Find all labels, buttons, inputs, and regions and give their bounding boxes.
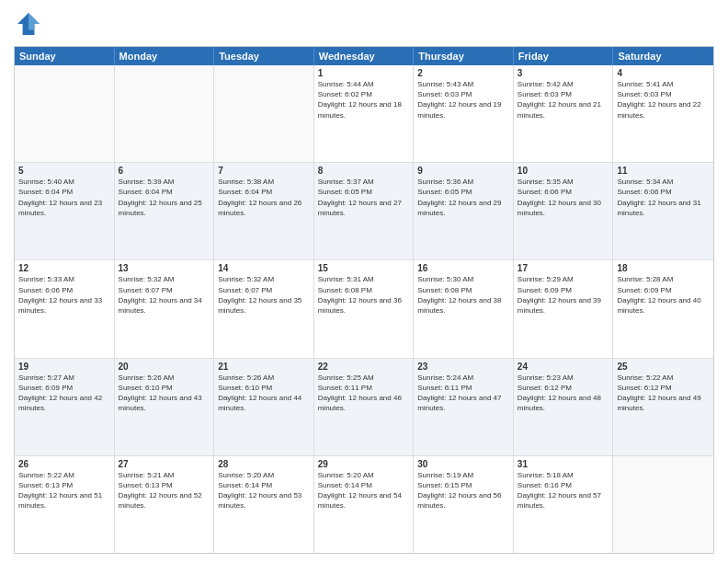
cell-info: Sunrise: 5:34 AM Sunset: 6:06 PM Dayligh… (617, 177, 710, 218)
calendar-cell: 10Sunrise: 5:35 AM Sunset: 6:06 PM Dayli… (514, 163, 614, 259)
header-thursday: Thursday (414, 47, 514, 65)
calendar-cell: 5Sunrise: 5:40 AM Sunset: 6:04 PM Daylig… (15, 163, 115, 259)
week-row-3: 12Sunrise: 5:33 AM Sunset: 6:06 PM Dayli… (15, 259, 713, 357)
week-row-1: 1Sunrise: 5:44 AM Sunset: 6:02 PM Daylig… (15, 65, 713, 162)
header-friday: Friday (514, 47, 614, 65)
day-number: 1 (318, 68, 410, 78)
day-number: 24 (518, 362, 609, 372)
calendar-cell: 17Sunrise: 5:29 AM Sunset: 6:09 PM Dayli… (514, 260, 614, 357)
day-number: 2 (417, 68, 509, 78)
cell-info: Sunrise: 5:30 AM Sunset: 6:08 PM Dayligh… (417, 274, 509, 316)
day-number: 16 (417, 263, 509, 273)
day-number: 23 (417, 362, 509, 372)
cell-info: Sunrise: 5:31 AM Sunset: 6:08 PM Dayligh… (318, 274, 410, 316)
calendar-cell (15, 65, 115, 162)
calendar-cell: 2Sunrise: 5:43 AM Sunset: 6:03 PM Daylig… (414, 65, 514, 162)
calendar-cell: 12Sunrise: 5:33 AM Sunset: 6:06 PM Dayli… (15, 260, 115, 357)
header (14, 9, 714, 39)
svg-marker-1 (28, 13, 40, 29)
day-number: 4 (617, 68, 710, 78)
header-sunday: Sunday (15, 47, 115, 65)
calendar-cell: 21Sunrise: 5:26 AM Sunset: 6:10 PM Dayli… (214, 359, 314, 455)
cell-info: Sunrise: 5:37 AM Sunset: 6:05 PM Dayligh… (318, 177, 410, 218)
calendar-cell: 25Sunrise: 5:22 AM Sunset: 6:12 PM Dayli… (613, 359, 713, 455)
cell-info: Sunrise: 5:28 AM Sunset: 6:09 PM Dayligh… (617, 274, 710, 316)
cell-info: Sunrise: 5:33 AM Sunset: 6:06 PM Dayligh… (18, 274, 110, 316)
calendar-cell: 18Sunrise: 5:28 AM Sunset: 6:09 PM Dayli… (613, 260, 713, 357)
cell-info: Sunrise: 5:23 AM Sunset: 6:12 PM Dayligh… (518, 373, 609, 414)
cell-info: Sunrise: 5:43 AM Sunset: 6:03 PM Dayligh… (417, 79, 509, 121)
calendar-cell: 9Sunrise: 5:36 AM Sunset: 6:05 PM Daylig… (414, 163, 514, 259)
calendar-cell: 14Sunrise: 5:32 AM Sunset: 6:07 PM Dayli… (214, 260, 314, 357)
calendar-body: 1Sunrise: 5:44 AM Sunset: 6:02 PM Daylig… (15, 65, 713, 553)
cell-info: Sunrise: 5:20 AM Sunset: 6:14 PM Dayligh… (218, 470, 310, 511)
header-monday: Monday (115, 47, 215, 65)
day-number: 7 (218, 166, 310, 176)
day-number: 13 (119, 263, 210, 273)
day-number: 19 (18, 362, 110, 372)
day-number: 3 (518, 68, 609, 78)
calendar-cell (214, 65, 314, 162)
cell-info: Sunrise: 5:29 AM Sunset: 6:09 PM Dayligh… (518, 274, 609, 316)
cell-info: Sunrise: 5:32 AM Sunset: 6:07 PM Dayligh… (218, 274, 310, 316)
cell-info: Sunrise: 5:35 AM Sunset: 6:06 PM Dayligh… (518, 177, 609, 218)
cell-info: Sunrise: 5:18 AM Sunset: 6:16 PM Dayligh… (518, 470, 609, 511)
cell-info: Sunrise: 5:21 AM Sunset: 6:13 PM Dayligh… (119, 470, 210, 511)
page: Sunday Monday Tuesday Wednesday Thursday… (0, 0, 728, 563)
day-number: 26 (18, 459, 110, 469)
cell-info: Sunrise: 5:32 AM Sunset: 6:07 PM Dayligh… (119, 274, 210, 316)
calendar-cell: 19Sunrise: 5:27 AM Sunset: 6:09 PM Dayli… (15, 359, 115, 455)
cell-info: Sunrise: 5:44 AM Sunset: 6:02 PM Dayligh… (318, 79, 410, 121)
calendar-cell: 23Sunrise: 5:24 AM Sunset: 6:11 PM Dayli… (414, 359, 514, 455)
cell-info: Sunrise: 5:26 AM Sunset: 6:10 PM Dayligh… (119, 373, 210, 414)
day-number: 22 (318, 362, 410, 372)
day-number: 21 (218, 362, 310, 372)
day-number: 15 (318, 263, 410, 273)
calendar-cell: 13Sunrise: 5:32 AM Sunset: 6:07 PM Dayli… (115, 260, 215, 357)
day-number: 31 (518, 459, 609, 469)
day-number: 18 (617, 263, 710, 273)
calendar-cell: 28Sunrise: 5:20 AM Sunset: 6:14 PM Dayli… (214, 456, 314, 553)
day-number: 8 (318, 166, 410, 176)
calendar-cell: 29Sunrise: 5:20 AM Sunset: 6:14 PM Dayli… (314, 456, 415, 553)
day-number: 9 (417, 166, 509, 176)
cell-info: Sunrise: 5:41 AM Sunset: 6:03 PM Dayligh… (617, 79, 710, 121)
header-tuesday: Tuesday (214, 47, 314, 65)
day-number: 12 (18, 263, 110, 273)
calendar-cell: 31Sunrise: 5:18 AM Sunset: 6:16 PM Dayli… (514, 456, 614, 553)
calendar-cell (115, 65, 215, 162)
day-number: 25 (617, 362, 710, 372)
calendar-cell: 7Sunrise: 5:38 AM Sunset: 6:04 PM Daylig… (214, 163, 314, 259)
calendar-cell: 30Sunrise: 5:19 AM Sunset: 6:15 PM Dayli… (414, 456, 514, 553)
day-number: 11 (617, 166, 710, 176)
cell-info: Sunrise: 5:22 AM Sunset: 6:12 PM Dayligh… (617, 373, 710, 414)
cell-info: Sunrise: 5:42 AM Sunset: 6:03 PM Dayligh… (518, 79, 609, 121)
cell-info: Sunrise: 5:19 AM Sunset: 6:15 PM Dayligh… (417, 470, 509, 511)
day-number: 27 (119, 459, 210, 469)
day-number: 28 (218, 459, 310, 469)
day-number: 30 (417, 459, 509, 469)
day-number: 6 (119, 166, 210, 176)
cell-info: Sunrise: 5:20 AM Sunset: 6:14 PM Dayligh… (318, 470, 410, 511)
calendar-cell: 8Sunrise: 5:37 AM Sunset: 6:05 PM Daylig… (314, 163, 415, 259)
day-number: 29 (318, 459, 410, 469)
day-number: 5 (18, 166, 110, 176)
day-number: 17 (518, 263, 609, 273)
cell-info: Sunrise: 5:40 AM Sunset: 6:04 PM Dayligh… (18, 177, 110, 218)
calendar-cell: 16Sunrise: 5:30 AM Sunset: 6:08 PM Dayli… (414, 260, 514, 357)
cell-info: Sunrise: 5:27 AM Sunset: 6:09 PM Dayligh… (18, 373, 110, 414)
cell-info: Sunrise: 5:39 AM Sunset: 6:04 PM Dayligh… (119, 177, 210, 218)
cell-info: Sunrise: 5:25 AM Sunset: 6:11 PM Dayligh… (318, 373, 410, 414)
cell-info: Sunrise: 5:22 AM Sunset: 6:13 PM Dayligh… (18, 470, 110, 511)
calendar: Sunday Monday Tuesday Wednesday Thursday… (14, 46, 714, 554)
calendar-cell: 20Sunrise: 5:26 AM Sunset: 6:10 PM Dayli… (115, 359, 215, 455)
calendar-cell: 6Sunrise: 5:39 AM Sunset: 6:04 PM Daylig… (115, 163, 215, 259)
calendar-cell: 4Sunrise: 5:41 AM Sunset: 6:03 PM Daylig… (613, 65, 713, 162)
day-number: 20 (119, 362, 210, 372)
calendar-cell: 22Sunrise: 5:25 AM Sunset: 6:11 PM Dayli… (314, 359, 415, 455)
calendar-cell: 1Sunrise: 5:44 AM Sunset: 6:02 PM Daylig… (314, 65, 415, 162)
calendar-header: Sunday Monday Tuesday Wednesday Thursday… (15, 47, 713, 65)
week-row-5: 26Sunrise: 5:22 AM Sunset: 6:13 PM Dayli… (15, 455, 713, 553)
header-wednesday: Wednesday (314, 47, 415, 65)
calendar-cell: 26Sunrise: 5:22 AM Sunset: 6:13 PM Dayli… (15, 456, 115, 553)
